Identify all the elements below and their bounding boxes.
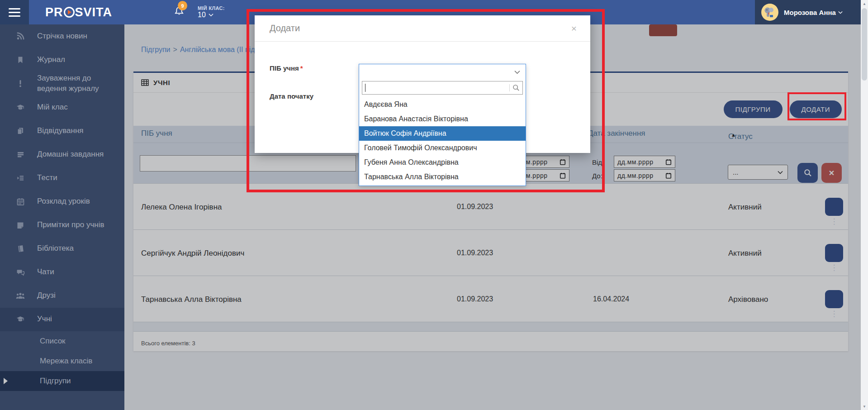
browser-scrollbar[interactable]: ▲ ▼ bbox=[861, 0, 868, 410]
chevron-down-icon bbox=[209, 13, 213, 17]
my-class-value: 10 bbox=[198, 11, 206, 19]
dropdown-option[interactable]: Авдєєва Яна bbox=[359, 97, 526, 112]
text-cursor bbox=[365, 84, 365, 92]
scroll-up-icon[interactable]: ▲ bbox=[861, 0, 868, 7]
logo-text-pre: PR bbox=[45, 5, 63, 19]
play-icon bbox=[64, 7, 75, 18]
modal-header: Додати × bbox=[255, 15, 590, 42]
close-icon[interactable]: × bbox=[571, 24, 577, 33]
user-menu[interactable]: Морозова Анна bbox=[755, 0, 861, 24]
start-date-label: Дата початку bbox=[270, 92, 313, 100]
required-asterisk: * bbox=[300, 64, 303, 72]
user-name: Морозова Анна bbox=[784, 9, 836, 16]
student-select-dropdown: Авдєєва Яна Баранова Анастасія Вікторівн… bbox=[359, 64, 526, 186]
notifications-bell[interactable]: 9 bbox=[173, 5, 185, 19]
modal-title: Додати bbox=[270, 23, 300, 33]
search-icon bbox=[509, 84, 520, 91]
logo-text-post: SVITA bbox=[75, 5, 113, 19]
dropdown-option-selected[interactable]: Войтюк Софія Андріївна bbox=[359, 126, 526, 141]
my-class-label: МІЙ КЛАС: bbox=[198, 5, 225, 11]
notification-badge: 9 bbox=[178, 1, 187, 10]
dropdown-option[interactable]: Тарнавська Алла Вікторівна bbox=[359, 170, 526, 184]
chevron-down-icon bbox=[838, 11, 843, 14]
scroll-down-icon[interactable]: ▼ bbox=[861, 403, 868, 410]
student-name-label: ПІБ учня* bbox=[270, 64, 303, 72]
avatar bbox=[761, 4, 778, 21]
chevron-down-icon bbox=[514, 70, 520, 74]
dropdown-option[interactable]: Головей Тимофій Олександрович bbox=[359, 141, 526, 155]
dropdown-option[interactable]: Губеня Анна Олександрівна bbox=[359, 155, 526, 170]
dropdown-option[interactable]: Баранова Анастасія Вікторівна bbox=[359, 112, 526, 126]
hamburger-menu-icon[interactable] bbox=[0, 0, 29, 24]
dropdown-search-input[interactable] bbox=[362, 81, 523, 95]
my-class-selector[interactable]: МІЙ КЛАС: 10 bbox=[198, 5, 225, 19]
student-select-control[interactable] bbox=[359, 64, 526, 80]
scrollbar-thumb[interactable] bbox=[862, 8, 867, 81]
app-logo: PRSVITA bbox=[45, 5, 112, 19]
